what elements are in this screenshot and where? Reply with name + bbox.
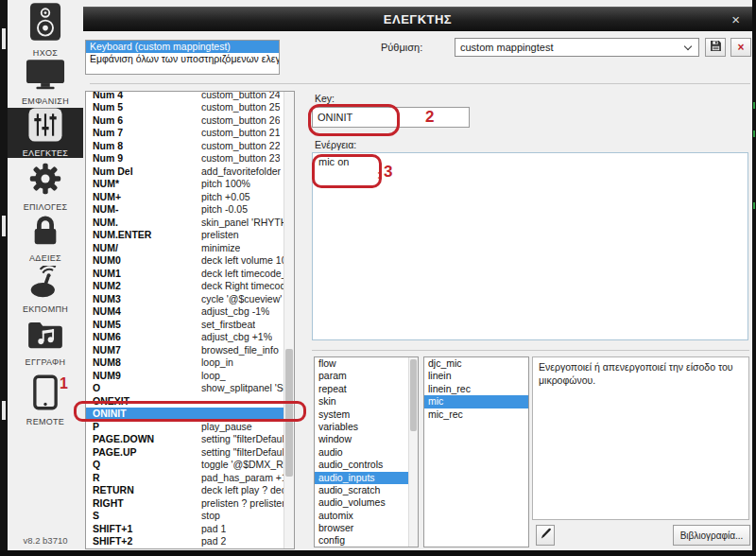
action-category-list[interactable]: flow param repeat skin system variables … [314,356,419,547]
right-edge-mark [753,102,755,109]
wiki-button[interactable]: Βιβλιογραφία... [673,525,750,546]
key-list-row[interactable]: NUM3 cycle '@$cueview' 4 [86,292,284,305]
key-list-row[interactable]: PAGE.UP setting "filterDefaultRe [86,445,284,459]
edit-action-button[interactable] [536,525,555,546]
list-item[interactable]: system [315,408,408,421]
delete-mapping-button[interactable]: × [730,38,751,57]
sidebar-item-display[interactable]: ΕΜΦΑΝΙΣΗ [8,59,83,106]
list-item[interactable]: config [315,534,408,547]
key-list-row[interactable]: NUM* pitch 100% [86,178,284,191]
controller-select-list[interactable]: Keyboard (custom mappingtest) Εμφάνιση ό… [85,40,280,75]
key-name: NUM3 [93,293,201,304]
list-item[interactable]: audio_volumes [315,496,408,509]
list-item[interactable]: automix [315,510,408,522]
sidebar-item-licenses[interactable]: ΑΔΕΙΕΣ [8,215,83,263]
sidebar-item-options[interactable]: ΕΠΙΛΟΓΕΣ [8,162,83,212]
list-item[interactable]: audio [315,446,408,459]
list-item[interactable]: linein [424,370,528,382]
key-list-row[interactable]: Num 4 custom_button 24 [86,91,284,101]
key-list-row[interactable]: SHIFT+1 pad 1 [86,522,284,535]
key-list-row[interactable]: S stop [86,510,284,523]
sidebar-item-label: ΕΛΕΓΚΤΕΣ [23,148,68,158]
list-item[interactable]: param [315,370,408,382]
list-item[interactable]: mic_rec [424,408,528,421]
list-item[interactable]: skin [315,395,408,408]
key-list-row[interactable]: Num Del add_favoritefolder [86,165,284,178]
list-item-label: Εμφάνιση όλων των υποστηριζόμενων ελεγκτ… [90,53,279,64]
sidebar-item-label: ΗΧΟΣ [33,48,58,58]
key-list-row[interactable]: NUM8 loop_in [86,356,284,370]
annotation-circle-3 [312,154,382,188]
key-name: NUM/ [93,242,201,253]
category-list-scrollbar[interactable] [408,357,418,547]
top-separator [90,83,750,84]
key-list-row[interactable]: NUM5 set_firstbeat [86,318,284,331]
key-list-row[interactable]: NUM+ pitch +0.05 [86,190,284,203]
tablet-icon [33,374,58,414]
key-field-label: Key: [315,93,335,104]
key-list-row[interactable]: Q toggle '@$DMX_REMO [86,459,284,472]
key-action: pitch 100% [201,178,250,189]
key-name: NUM9 [93,370,201,381]
key-name: SHIFT+1 [93,523,201,534]
key-list-row[interactable]: RETURN deck left play ? deck rig [86,484,284,497]
key-name: S [93,510,201,521]
list-item[interactable]: variables [315,421,408,433]
list-item[interactable]: flow [315,357,408,370]
list-item[interactable]: browser [315,522,408,534]
key-list-scrollbar[interactable] [284,92,294,548]
key-action: pad 1 [201,523,226,534]
action-value-list[interactable]: djc_mic linein linein_rec mic mic_rec [423,356,529,547]
sidebar-item-controllers[interactable]: ΕΛΕΓΚΤΕΣ [8,108,83,158]
key-list-row[interactable]: NUM4 adjust_cbg -1% [86,305,284,319]
sidebar-item-record[interactable]: ΕΓΓΡΑΦΗ [8,321,83,367]
key-list-row[interactable]: P play_pause [86,420,284,433]
key-name: Num 4 [93,91,201,100]
key-list-row[interactable]: NUM.ENTER prelisten [86,229,284,242]
key-list-row[interactable]: NUM/ minimize [86,241,284,254]
key-list-row[interactable]: Num 5 custom_button 25 [86,101,284,114]
key-list-row[interactable]: Num 9 custom_button 23 [86,152,284,165]
mapping-select[interactable]: custom mappingtest [455,38,699,57]
list-item[interactable]: audio_scratch [315,484,408,496]
key-name: Num Del [93,165,201,177]
key-list-row[interactable]: NUM0 deck left volume 10% v [86,254,284,268]
key-list-row[interactable]: Num 7 custom_button 21 [86,127,284,140]
list-item[interactable]: Εμφάνιση όλων των υποστηριζόμενων ελεγκτ… [86,53,279,65]
key-list-row[interactable]: O show_splitpanel 'Side [86,382,284,395]
list-item-label: flow [318,357,336,369]
key-action: setting "filterDefaultRe [201,433,284,444]
key-action: pad 2 [201,535,226,547]
sidebar-item-remote[interactable]: REMOTE [8,374,83,426]
list-item-label: config [318,534,345,546]
key-list-row[interactable]: NUM7 browsed_file_info [86,343,284,356]
list-item[interactable]: audio_inputs [315,472,408,484]
key-list-row[interactable]: RIGHT prelisten ? prelisten_p [86,496,284,510]
list-item[interactable]: djc_mic [424,357,528,370]
right-edge-mark [753,202,755,209]
key-mapping-list[interactable]: Num 4 custom_button 24 Num 5 custom_butt… [85,91,295,549]
key-list-row[interactable]: NUM1 deck left timecode_act [86,267,284,280]
key-list-row[interactable]: NUM- pitch -0.05 [86,203,284,217]
key-action: show_splitpanel 'Side [201,382,284,393]
save-mapping-button[interactable] [705,38,726,57]
key-list-row[interactable]: NUM. skin_panel 'RHYTHM_ [86,216,284,229]
key-list-row[interactable]: NUM9 loop_ [86,369,284,382]
key-list-row[interactable]: R pad_has_param +1 [86,471,284,484]
list-item[interactable]: repeat [315,383,408,395]
list-item[interactable]: mic [424,395,528,408]
close-icon[interactable]: × [731,11,740,27]
list-item[interactable]: linein_rec [424,383,528,395]
key-list-row[interactable]: SHIFT+2 pad 2 [86,535,284,548]
list-item[interactable]: Keyboard (custom mappingtest) [86,41,279,53]
sidebar-item-broadcast[interactable]: ΕΚΠΟΜΠΗ [8,266,83,314]
sidebar-item-sound[interactable]: ΗΧΟΣ [8,2,83,58]
key-list-row[interactable]: PAGE.DOWN setting "filterDefaultRe [86,433,284,446]
key-list-row[interactable]: NUM6 adjust_cbg +1% [86,331,284,344]
list-item[interactable]: window [315,433,408,445]
key-list-row[interactable]: Num 8 custom_button 22 [86,139,284,152]
key-list-row[interactable]: NUM2 deck Right timecode_a [86,280,284,293]
list-item[interactable]: audio_controls [315,459,408,471]
scrollbar-thumb[interactable] [410,359,417,431]
key-list-row[interactable]: Num 6 custom_button 26 [86,113,284,127]
